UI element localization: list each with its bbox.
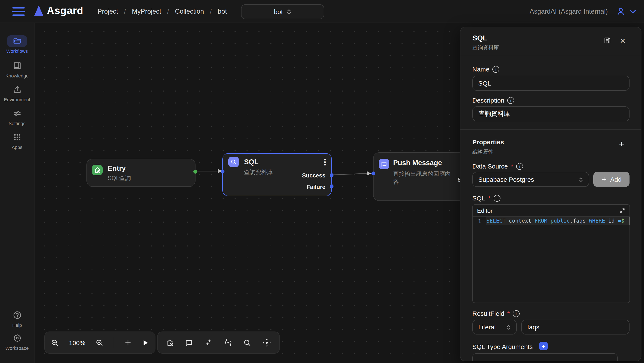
name-label: Namei [472, 65, 499, 73]
run-play-button[interactable] [142, 339, 149, 346]
breadcrumb-item-bot[interactable]: bot [218, 7, 227, 15]
info-icon[interactable]: i [507, 97, 514, 104]
node-title: SQL [244, 158, 258, 166]
result-field-label: ResultField*i [472, 310, 520, 317]
info-icon[interactable]: i [494, 195, 500, 202]
breadcrumb: Project / MyProject / Collection / bot [98, 0, 227, 22]
push-input-port[interactable] [372, 171, 375, 175]
add-sql-type-argument-button[interactable]: + [539, 342, 548, 350]
speech-bubble-icon [379, 159, 389, 169]
close-icon[interactable]: ✕ [620, 36, 626, 45]
sidebar-item-label: Environment [4, 97, 30, 102]
save-icon[interactable] [604, 36, 611, 44]
entry-output-port[interactable] [193, 170, 197, 174]
sidebar-item-help[interactable]: Help [0, 309, 34, 328]
comment-icon[interactable] [185, 339, 193, 347]
top-navbar: Asgard Project / MyProject / Collection … [0, 0, 644, 23]
data-source-select[interactable]: Supabase Postgres [472, 172, 589, 187]
node-sql[interactable]: SQL 查詢資料庫 ••• Success Failure [222, 153, 332, 196]
add-property-plus-icon[interactable]: + [619, 139, 624, 150]
panel-subtitle: 查詢資料庫 [472, 44, 499, 51]
zoom-toolbar: 100% [44, 332, 156, 354]
expand-fullscreen-icon[interactable] [619, 207, 625, 213]
editor-title: Editor [477, 207, 492, 214]
unfold-chevrons-icon [506, 324, 511, 330]
sidebar-item-workspace[interactable]: Workspace [0, 332, 34, 351]
sql-code-editor[interactable]: Editor 1 SELECT context FROM public.faqs… [472, 204, 630, 303]
sql-input-port[interactable] [221, 169, 224, 173]
zoom-out-button[interactable] [51, 339, 59, 347]
upload-icon [7, 84, 27, 95]
sql-type-arguments-box[interactable] [472, 353, 618, 361]
fit-view-icon[interactable] [262, 338, 271, 347]
properties-title: Properties [472, 138, 504, 146]
info-icon[interactable]: i [513, 310, 520, 317]
plus-icon [601, 177, 607, 182]
panel-title: SQL [472, 34, 487, 42]
code-content[interactable]: SELECT context FROM public.faqs WHERE id… [486, 217, 630, 225]
sidebar-item-label: Help [12, 323, 22, 328]
data-source-label: Data Source*i [472, 163, 523, 170]
toolbar-divider [114, 337, 114, 348]
breadcrumb-separator: / [210, 7, 212, 15]
left-sidebar: Workflows Knowledge Environment Settings… [0, 22, 34, 363]
unfold-chevrons-icon [579, 176, 583, 182]
info-icon[interactable]: i [516, 163, 523, 170]
grid-dots-icon [7, 131, 27, 143]
sql-failure-port[interactable] [330, 184, 334, 188]
sql-type-arguments-label: SQL Type Arguments [472, 343, 533, 350]
workflow-select[interactable]: bot [241, 4, 324, 19]
node-config-panel: SQL 查詢資料庫 ✕ Namei SQL Descriptioni 查詢資料庫… [460, 27, 642, 361]
node-menu-kebab-icon[interactable]: ••• [322, 158, 328, 166]
breadcrumb-separator: / [167, 7, 169, 15]
result-field-input[interactable]: faqs [521, 320, 630, 335]
node-title: Push Message [393, 159, 442, 167]
help-circle-icon [7, 309, 27, 321]
sidebar-item-label: Knowledge [6, 73, 29, 78]
sidebar-item-label: Apps [12, 145, 22, 150]
swap-arrows-icon[interactable] [204, 338, 213, 347]
name-input[interactable]: SQL [472, 76, 630, 91]
sidebar-item-apps[interactable]: Apps [0, 131, 34, 150]
node-entry[interactable]: Entry SQL查詢 [86, 159, 196, 187]
unfold-chevrons-icon [287, 8, 291, 15]
canvas-tools-toolbar [157, 332, 280, 354]
sql-success-port[interactable] [330, 173, 334, 177]
search-icon[interactable] [244, 339, 252, 347]
book-icon [7, 60, 27, 71]
result-field-type-select[interactable]: Literal [472, 320, 517, 335]
node-subtitle: 查詢資料庫 [244, 168, 273, 176]
sidebar-item-workflows[interactable]: Workflows [0, 35, 34, 54]
auto-layout-icon[interactable] [224, 338, 232, 347]
workflow-select-value: bot [274, 8, 283, 15]
breadcrumb-item-collection[interactable]: Collection [175, 7, 204, 15]
port-label-failure: Failure [296, 184, 326, 190]
description-label: Descriptioni [472, 97, 514, 104]
breadcrumb-item-project[interactable]: Project [98, 7, 118, 15]
account-label: AsgardAI (Asgard Internal) [530, 0, 608, 22]
code-line[interactable]: 1 SELECT context FROM public.faqs WHERE … [473, 217, 630, 225]
node-title: Entry [108, 164, 126, 172]
line-number: 1 [473, 218, 486, 224]
magnifier-icon [228, 157, 239, 167]
user-avatar-icon[interactable] [616, 7, 625, 16]
folder-icon [7, 35, 27, 47]
description-input[interactable]: 查詢資料庫 [472, 106, 630, 121]
add-button[interactable] [124, 339, 132, 346]
sidebar-item-environment[interactable]: Environment [0, 84, 34, 102]
account-chevron-down-icon[interactable] [630, 9, 636, 14]
sql-label: SQL*i [472, 194, 500, 202]
add-entry-node-icon[interactable] [166, 338, 174, 347]
info-icon[interactable]: i [492, 66, 499, 72]
properties-subtitle: 編輯屬性 [472, 148, 494, 156]
sidebar-item-settings[interactable]: Settings [0, 108, 34, 126]
zoom-level: 100% [69, 339, 86, 346]
hamburger-menu-icon[interactable] [12, 7, 25, 16]
sidebar-item-knowledge[interactable]: Knowledge [0, 60, 34, 78]
zoom-in-button[interactable] [96, 339, 104, 347]
breadcrumb-separator: / [124, 7, 126, 15]
node-subtitle: 直接輸出訊息的回應內容 [393, 170, 453, 186]
breadcrumb-item-myproject[interactable]: MyProject [132, 7, 161, 15]
add-data-source-button[interactable]: Add [593, 172, 630, 187]
app-window: Entry SQL查詢 SQL 查詢資料庫 ••• Success Failur… [0, 0, 644, 363]
